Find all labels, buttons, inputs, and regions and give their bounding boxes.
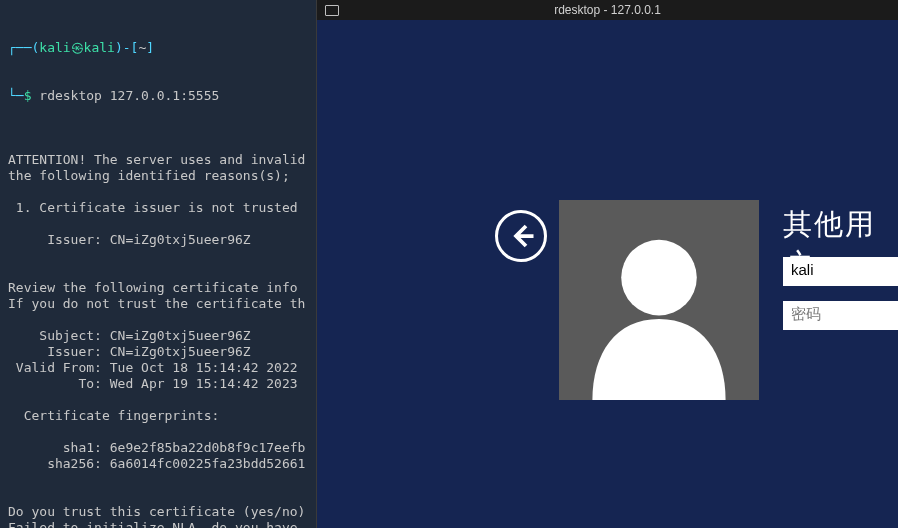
- terminal-line: [8, 424, 310, 440]
- terminal-line: Issuer: CN=iZg0txj5ueer96Z: [8, 232, 310, 248]
- prompt-l2-prefix: └─: [8, 88, 24, 103]
- terminal-line: [8, 312, 310, 328]
- terminal-line: Failed to initialize NLA, do you have: [8, 520, 310, 528]
- user-avatar: [559, 200, 759, 400]
- terminal-line: [8, 392, 310, 408]
- window-titlebar[interactable]: rdesktop - 127.0.0.1: [317, 0, 898, 20]
- terminal-line: 1. Certificate issuer is not trusted: [8, 200, 310, 216]
- terminal-line: [8, 136, 310, 152]
- prompt-line-2: └─$ rdesktop 127.0.0.1:5555: [8, 88, 310, 104]
- command-text: rdesktop 127.0.0.1:5555: [39, 88, 219, 103]
- prompt-open: ┌──(: [8, 40, 39, 55]
- arrow-left-icon: [506, 221, 536, 251]
- terminal-line: To: Wed Apr 19 15:14:42 2023: [8, 376, 310, 392]
- terminal-output: ATTENTION! The server uses and invalidth…: [8, 136, 310, 528]
- prompt-dollar: $: [24, 88, 32, 103]
- window-app-icon: [325, 5, 339, 16]
- remote-desktop-area[interactable]: 其他用户 密码: [317, 20, 898, 528]
- terminal-line: sha1: 6e9e2f85ba22d0b8f9c17eefb: [8, 440, 310, 456]
- prompt-close-paren: )-[: [115, 40, 138, 55]
- prompt-user: kali㉿kali: [39, 40, 115, 55]
- terminal-pane[interactable]: ┌──(kali㉿kali)-[~] └─$ rdesktop 127.0.0.…: [0, 0, 316, 528]
- avatar-placeholder-icon: [569, 220, 749, 400]
- terminal-line: If you do not trust the certificate th: [8, 296, 310, 312]
- terminal-line: Issuer: CN=iZg0txj5ueer96Z: [8, 344, 310, 360]
- terminal-line: Do you trust this certificate (yes/no): [8, 504, 310, 520]
- terminal-line: [8, 264, 310, 280]
- terminal-line: [8, 248, 310, 264]
- password-field[interactable]: 密码: [783, 301, 898, 330]
- svg-point-0: [621, 240, 697, 316]
- terminal-line: Review the following certificate info: [8, 280, 310, 296]
- terminal-line: [8, 472, 310, 488]
- terminal-line: ATTENTION! The server uses and invalid: [8, 152, 310, 168]
- terminal-line: sha256: 6a6014fc00225fa23bdd52661: [8, 456, 310, 472]
- terminal-line: Subject: CN=iZg0txj5ueer96Z: [8, 328, 310, 344]
- window-title: rdesktop - 127.0.0.1: [554, 3, 661, 17]
- back-button[interactable]: [495, 210, 547, 262]
- prompt-close-brkt: ]: [146, 40, 154, 55]
- terminal-line: [8, 216, 310, 232]
- rdesktop-window: rdesktop - 127.0.0.1 其他用户 密码: [316, 0, 898, 528]
- terminal-line: [8, 488, 310, 504]
- terminal-line: the following identified reasons(s);: [8, 168, 310, 184]
- username-field[interactable]: [783, 257, 898, 286]
- prompt-line-1: ┌──(kali㉿kali)-[~]: [8, 40, 310, 56]
- terminal-line: [8, 184, 310, 200]
- terminal-line: Valid From: Tue Oct 18 15:14:42 2022: [8, 360, 310, 376]
- terminal-line: Certificate fingerprints:: [8, 408, 310, 424]
- username-input[interactable]: [791, 261, 898, 278]
